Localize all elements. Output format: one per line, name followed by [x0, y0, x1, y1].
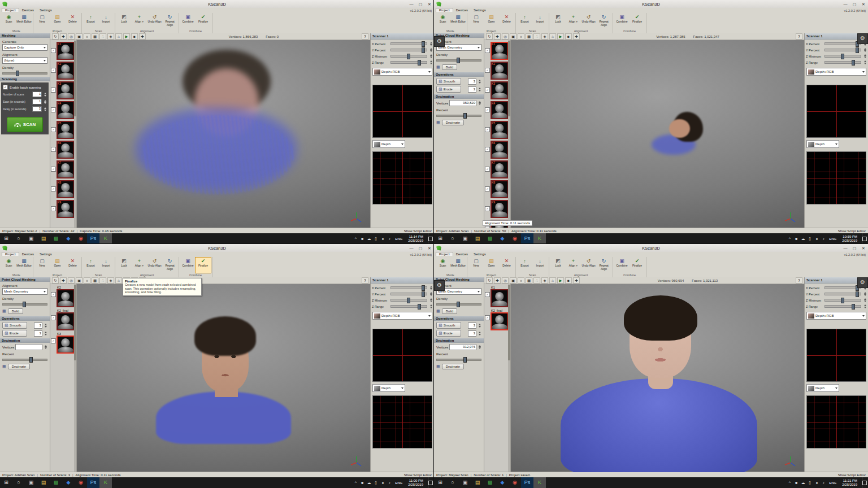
fit-view-icon[interactable]: ▣	[510, 277, 517, 284]
vertices-field[interactable]	[15, 344, 42, 350]
people-icon[interactable]: ☻	[793, 237, 800, 241]
align-plus-button[interactable]: +Align +	[132, 258, 147, 273]
depth-rgb-select[interactable]: Depth+RGB	[806, 68, 866, 76]
smooth-button[interactable]: ▧ Smooth	[436, 322, 461, 329]
undo-align-button[interactable]: ↺Undo Align	[147, 258, 162, 273]
slider-spinner[interactable]	[863, 304, 867, 308]
open-button[interactable]: ▤Open	[484, 258, 499, 273]
thumbnail-checkbox[interactable]: ✓	[485, 206, 490, 211]
reset-view-icon[interactable]: ⌂	[549, 33, 556, 40]
reset-view-icon[interactable]: ⌂	[549, 277, 556, 284]
finalize-button[interactable]: ✔Finalize	[196, 14, 211, 29]
maximize-button[interactable]: ▢	[850, 1, 859, 8]
z-range-slider[interactable]	[824, 305, 861, 308]
erode-value-field[interactable]: 3	[34, 330, 42, 337]
search-icon[interactable]: ○	[12, 233, 25, 244]
viewport-3d[interactable]	[511, 40, 804, 228]
fit-view-icon[interactable]: ▣	[76, 33, 83, 40]
points-icon[interactable]: ∴	[533, 33, 540, 40]
thumbnail-checkbox[interactable]: ✓	[485, 88, 490, 93]
erode-button[interactable]: ▨ Erode	[2, 330, 27, 337]
scan-thumbnail[interactable]: K7	[491, 160, 509, 178]
light-icon[interactable]: ☼	[518, 33, 524, 40]
chevron-up-icon[interactable]: ^	[352, 481, 359, 485]
vertices-spinner[interactable]	[478, 101, 481, 105]
slider-spinner[interactable]	[429, 54, 433, 58]
photoshop-icon[interactable]: Ps	[87, 477, 99, 488]
z-minimum-slider[interactable]	[824, 55, 861, 58]
export-button[interactable]: ↑Export	[517, 258, 532, 273]
scan-thumbnail[interactable]: K3	[57, 81, 75, 99]
z-range-slider[interactable]	[824, 61, 861, 64]
kscan3d-icon[interactable]: K	[533, 477, 546, 488]
erode-spinner[interactable]	[478, 332, 481, 336]
alignment-select[interactable]: (None)	[2, 57, 47, 64]
pan-view-icon[interactable]: ✚	[60, 277, 67, 284]
x-percent-slider[interactable]	[824, 42, 861, 45]
slider-spinner[interactable]	[863, 60, 867, 64]
vertices-spinner[interactable]	[44, 345, 47, 349]
rotate-view-icon[interactable]: ↻	[52, 33, 59, 40]
file-explorer-icon[interactable]: ▤	[471, 477, 484, 488]
x-percent-slider[interactable]	[390, 42, 427, 45]
taskbar-clock[interactable]: 11:14 PM 2/25/2019	[408, 235, 423, 243]
taskbar-clock[interactable]: 10:59 PM 2/25/2019	[842, 235, 857, 243]
taskbar-clock[interactable]: 11:00 PM 2/25/2019	[408, 479, 423, 487]
language-indicator[interactable]: ENG	[829, 237, 836, 241]
move-icon[interactable]: ✚	[573, 277, 580, 284]
scan-button[interactable]: ◉Scan	[1, 258, 16, 273]
people-icon[interactable]: ☻	[359, 237, 366, 241]
thumbnail-checkbox[interactable]: ✓	[485, 186, 490, 191]
percent-slider[interactable]	[2, 357, 47, 361]
chevron-up-icon[interactable]: ^	[786, 237, 793, 241]
help-button[interactable]: ?	[796, 33, 802, 40]
start-button[interactable]: ⊞	[0, 477, 12, 488]
finalize-button[interactable]: ✔Finalize	[630, 258, 645, 273]
scan-thumbnail[interactable]: K4	[57, 101, 75, 119]
scan-thumbnail[interactable]: K1	[491, 42, 509, 60]
texture-icon[interactable]: ▦	[526, 277, 532, 284]
start-button[interactable]: ⊞	[434, 233, 446, 244]
depth-rgb-select[interactable]: Depth+RGB	[806, 312, 866, 320]
slider-thumb[interactable]	[856, 291, 859, 297]
scan-thumbnail[interactable]: K2	[491, 62, 509, 80]
density-slider[interactable]	[436, 58, 481, 62]
erode-spinner[interactable]	[44, 332, 47, 336]
depth-select[interactable]: Depth	[372, 140, 405, 148]
slider-thumb[interactable]	[422, 41, 425, 47]
notification-button[interactable]	[428, 477, 434, 488]
task-view-button[interactable]: ▣	[25, 477, 37, 488]
scan-thumbnail[interactable]	[491, 312, 509, 330]
language-indicator[interactable]: ENG	[395, 481, 402, 485]
slider-thumb[interactable]	[422, 291, 425, 297]
generate-select[interactable]: Capture Only	[2, 44, 47, 51]
scan-button[interactable]: ◉Scan	[435, 258, 450, 273]
volume-icon[interactable]: ♪	[386, 237, 393, 241]
help-button[interactable]: ?	[362, 277, 368, 284]
delete-button[interactable]: ✕Delete	[65, 14, 80, 29]
num-scans-spinner[interactable]	[43, 93, 47, 97]
blue-app-icon[interactable]: ◆	[62, 233, 75, 244]
thumbnail-checkbox[interactable]: ✓	[51, 206, 56, 211]
ribbon-tab-devices[interactable]: Devices	[453, 252, 471, 256]
thumbnail-checkbox[interactable]: ✓	[51, 292, 56, 297]
repeat-align-button[interactable]: ↻Repeat Align	[162, 258, 177, 273]
x-percent-slider[interactable]	[824, 286, 861, 289]
y-percent-slider[interactable]	[824, 49, 861, 51]
close-button[interactable]: ✕	[859, 1, 868, 8]
smooth-value-field[interactable]: 3	[34, 323, 42, 329]
slider-thumb[interactable]	[23, 302, 26, 307]
slider-thumb[interactable]	[16, 71, 19, 76]
open-button[interactable]: ▤Open	[484, 14, 499, 29]
notification-button[interactable]	[862, 477, 868, 488]
close-button[interactable]: ✕	[859, 245, 868, 252]
smooth-spinner[interactable]	[44, 324, 47, 328]
scrollbar[interactable]	[74, 40, 76, 228]
open-button[interactable]: ▤Open	[50, 258, 65, 273]
new-button[interactable]: ▢New	[34, 258, 50, 273]
decimate-button[interactable]: Decimate	[442, 364, 464, 369]
z-range-slider[interactable]	[390, 61, 427, 64]
points-icon[interactable]: ∴	[99, 277, 106, 284]
language-indicator[interactable]: ENG	[395, 237, 402, 241]
vertices-field[interactable]: 950,820	[449, 100, 476, 106]
